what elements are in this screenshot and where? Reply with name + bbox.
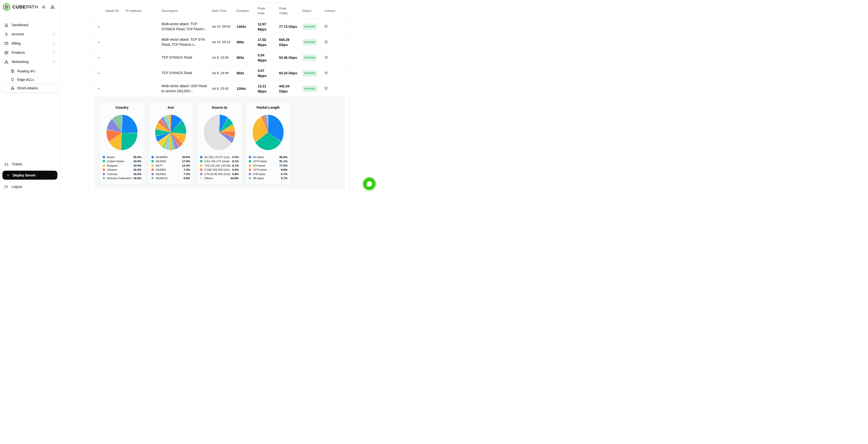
network-topology-icon[interactable] <box>49 3 56 11</box>
legend-label: AS28210 <box>156 177 182 180</box>
view-chart-icon[interactable] <box>324 40 329 44</box>
status-badge: finished <box>302 39 317 45</box>
legend-item: Bulgaria 19.9% <box>103 163 142 168</box>
view-chart-icon[interactable] <box>324 25 329 29</box>
row-expander-chevron[interactable] <box>96 86 101 92</box>
status-badge: finished <box>302 55 317 61</box>
attack-start-time: Jul 9, 14:49 <box>212 71 237 75</box>
attack-peak-traffic: 52.46 Gbps <box>279 55 302 60</box>
legend-color-dot <box>200 160 203 162</box>
chevron-down-icon <box>52 60 56 63</box>
legend-item: AS?? 12.4% <box>151 163 190 168</box>
sidebar-item-products[interactable]: Products <box>2 48 58 57</box>
legend-item: 1070 bytes 91.1% <box>249 159 287 164</box>
row-expander-chevron[interactable] <box>96 40 101 45</box>
row-expander-chevron[interactable] <box>96 24 101 30</box>
legend-color-dot <box>151 168 154 171</box>
sidebar-item-label: DDoS Attacks <box>17 86 56 90</box>
home-icon <box>4 23 8 27</box>
legend-color-dot <box>103 160 105 162</box>
attack-duration: 903s <box>237 55 258 60</box>
legend-value: 8.1% <box>232 160 239 163</box>
attack-peak-rate: 13.21Mpps <box>258 84 279 94</box>
legend-item: Others 64.8% <box>200 176 239 181</box>
theme-sun-icon[interactable] <box>40 3 47 11</box>
attack-description: TCP SYNACK Flood <box>161 55 212 60</box>
view-chart-icon[interactable] <box>324 56 329 60</box>
legend-color-dot <box>103 173 105 175</box>
card-icon <box>4 41 8 45</box>
plus-icon <box>6 173 10 177</box>
pie-chart <box>204 115 235 150</box>
legend-value: 7.4% <box>184 168 190 171</box>
legend-label: 574 bytes <box>253 164 278 167</box>
column-header-peak-traffic: Peak Traffic <box>279 6 294 15</box>
chart-panel: Packet Length 64 bytes 96.8% 1070 bytes … <box>246 102 290 184</box>
attack-duration: 1164s <box>237 86 258 91</box>
attack-start-time: Jul 8, 23:42 <box>212 86 237 91</box>
legend-value: 64.8% <box>231 177 239 180</box>
attack-peak-rate: 0.67Mpps <box>258 68 279 78</box>
logout-icon <box>4 185 8 189</box>
legend-color-dot <box>200 164 203 167</box>
view-chart-icon[interactable] <box>324 87 329 91</box>
legend-label: Others <box>205 177 229 180</box>
legend-value: 20.0% <box>182 155 190 159</box>
legend-value: 9.2% <box>232 155 239 159</box>
attack-duration: 1404s <box>237 24 258 29</box>
attack-peak-traffic: 442.34Gbps <box>279 84 302 94</box>
attack-start-time: Jul 10, 05:50 <box>212 24 237 29</box>
legend-item: 4.52.165.175 (Unite... 8.1% <box>200 159 239 164</box>
legend-label: AS3356 <box>156 160 181 163</box>
cubepath-logo-icon <box>2 3 11 11</box>
row-expander-chevron[interactable] <box>96 55 101 61</box>
sidebar-item-tickets[interactable]: Tickets <box>2 160 58 169</box>
column-header-description: Description <box>161 8 212 13</box>
sidebar-item-label: Logout <box>11 185 56 189</box>
status-badge: finished <box>302 24 317 30</box>
sidebar-item-billing[interactable]: Billing <box>2 39 58 48</box>
sidebar-item-logout[interactable]: Logout <box>2 182 58 191</box>
user-icon <box>4 32 8 36</box>
legend-color-dot <box>103 168 105 171</box>
attack-peak-rate: 0.54Mpps <box>258 53 279 63</box>
legend-color-dot <box>151 164 154 167</box>
globe-icon <box>11 69 14 73</box>
deploy-server-button[interactable]: Deploy Server <box>2 171 57 180</box>
column-header-actions: Actions <box>324 8 341 13</box>
sidebar-item-ddos-attacks[interactable]: DDoS Attacks <box>2 84 58 92</box>
sidebar-item-networking[interactable]: Networking <box>2 57 58 66</box>
chart-panel: Asn AS44050 20.0% AS3356 17.6% AS?? 12.4… <box>148 102 193 184</box>
sidebar: CUBEPATH Dashboard Account Billing Produ… <box>0 0 60 194</box>
legend-item: AS3462 7.3% <box>151 172 190 176</box>
legend-item: AS9829 7.4% <box>151 168 190 172</box>
attack-peak-traffic: 77.73 Gbps <box>279 24 302 29</box>
sidebar-item-account[interactable]: Account <box>2 30 58 39</box>
table-row: TCP SYNACK Flood Jul 9, 14:49 903s 0.67M… <box>89 66 349 81</box>
legend-color-dot <box>249 173 251 175</box>
legend-label: 1070 bytes <box>253 160 278 163</box>
row-expander-chevron[interactable] <box>96 71 101 76</box>
chart-title: Country <box>103 105 142 109</box>
chat-widget-button[interactable] <box>363 178 376 190</box>
legend-label: United States <box>107 160 132 163</box>
deploy-server-label: Deploy Server <box>13 173 36 177</box>
view-chart-icon[interactable] <box>324 71 329 75</box>
legend-value: 15.5% <box>133 177 142 180</box>
sidebar-item-dashboard[interactable]: Dashboard <box>2 20 58 30</box>
legend-value: 7.3% <box>184 172 190 176</box>
legend-item: 176.116.241.133 (Ru... 6.1% <box>200 163 239 168</box>
networking-sub-menu: Floating IPs Edge ACLs DDoS Attacks <box>2 67 58 92</box>
legend-item: 82.150.173.37 (Cze... 9.2% <box>200 155 239 159</box>
table-header-row: Attack ID IP Address Description Start T… <box>89 3 349 19</box>
chevron-right-icon <box>52 51 56 54</box>
attack-description: TCP SYNACK Flood <box>161 71 212 76</box>
headphones-icon <box>4 162 8 166</box>
sidebar-item-floating-ips[interactable]: Floating IPs <box>2 67 58 75</box>
legend-item: Ukraine 16.4% <box>103 168 142 172</box>
legend-value: 77.5% <box>279 164 287 167</box>
column-header-attack-id: Attack ID <box>105 8 126 13</box>
legend-value: 8.8% <box>281 168 287 171</box>
sidebar-item-edge-acls[interactable]: Edge ACLs <box>2 75 58 84</box>
sidebar-bottom: Tickets Deploy Server Logout <box>0 160 60 194</box>
